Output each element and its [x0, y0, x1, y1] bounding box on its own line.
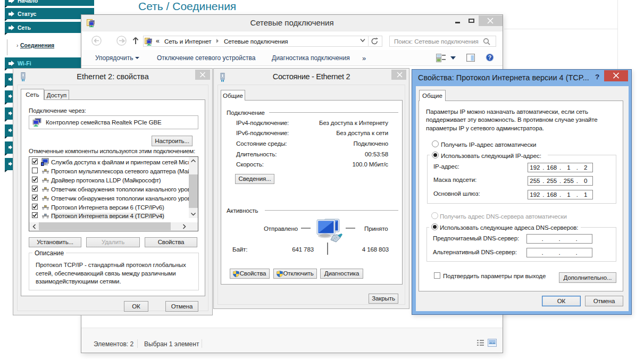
- svg-text:?: ?: [488, 54, 491, 61]
